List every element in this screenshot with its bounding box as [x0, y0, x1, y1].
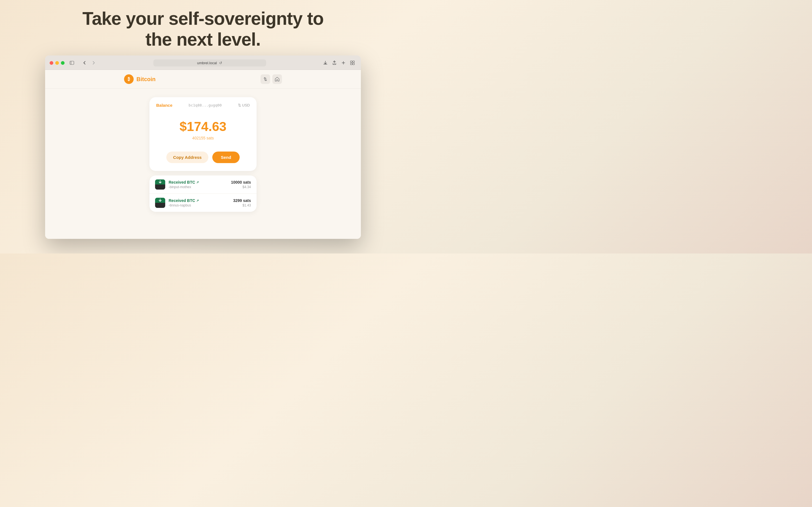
- transaction-info: Received BTC ↗ -binput-mothex: [168, 180, 227, 189]
- transaction-usd: $4.34: [231, 185, 251, 189]
- app-header: ₿ Bitcoin: [45, 70, 361, 89]
- transaction-subtitle: -binput-mothex: [168, 185, 227, 189]
- browser-actions: [321, 59, 356, 67]
- external-link-icon: ↗: [196, 180, 199, 184]
- address-bar[interactable]: umbrel.local ↺: [153, 59, 266, 66]
- transaction-list-card: Received BTC ↗ -binput-mothex 10000 sats…: [149, 175, 257, 212]
- currency-selector[interactable]: ⇅ USD: [238, 103, 250, 107]
- bitcoin-logo-icon: ₿: [124, 74, 134, 84]
- app-header-actions: [260, 74, 282, 84]
- currency-arrows-icon: ⇅: [238, 103, 241, 107]
- transaction-subtitle: -tinnus-napbus: [168, 203, 230, 207]
- transaction-usd: $1.43: [233, 203, 251, 207]
- transaction-info: Received BTC ↗ -tinnus-napbus: [168, 198, 230, 207]
- card-actions: Copy Address Send: [156, 152, 250, 163]
- new-tab-button[interactable]: [340, 59, 347, 67]
- transaction-title: Received BTC ↗: [168, 180, 227, 184]
- close-window-button[interactable]: [50, 61, 53, 65]
- tx-received-arrow-icon: [155, 198, 165, 203]
- svg-rect-4: [350, 63, 352, 65]
- main-content: Balance bc1q88...gugq00 ⇅ USD $174.63 40…: [45, 89, 361, 220]
- app-name: Bitcoin: [137, 76, 156, 82]
- transaction-icon: [155, 179, 165, 189]
- share-button[interactable]: [331, 59, 338, 67]
- transfer-icon-button[interactable]: [260, 74, 270, 84]
- balance-usd-value: $174.63: [180, 119, 226, 134]
- send-button[interactable]: Send: [212, 152, 240, 163]
- transaction-item[interactable]: Received BTC ↗ -binput-mothex 10000 sats…: [149, 175, 257, 194]
- transaction-title: Received BTC ↗: [168, 198, 230, 203]
- wallet-address-display: bc1q88...gugq00: [189, 103, 221, 107]
- minimize-window-button[interactable]: [55, 61, 59, 65]
- transaction-sats: 3299 sats: [233, 198, 251, 203]
- currency-label: USD: [242, 103, 250, 107]
- svg-rect-0: [70, 61, 74, 64]
- transaction-amounts: 3299 sats $1.43: [233, 198, 251, 207]
- forward-button[interactable]: [90, 59, 98, 67]
- hero-section: Take your self-sovereignty to the next l…: [82, 8, 323, 50]
- card-top-row: Balance bc1q88...gugq00 ⇅ USD: [156, 103, 250, 108]
- browser-nav: [80, 59, 98, 67]
- hero-title: Take your self-sovereignty to the next l…: [82, 8, 323, 50]
- tabs-button[interactable]: [349, 59, 356, 67]
- svg-rect-5: [353, 63, 354, 65]
- url-text: umbrel.local: [197, 61, 217, 65]
- reload-button[interactable]: ↺: [219, 61, 222, 65]
- tx-btc-grid-icon: [155, 203, 165, 208]
- transaction-icon: [155, 198, 165, 208]
- transaction-amounts: 10000 sats $4.34: [231, 180, 251, 189]
- app-logo: ₿ Bitcoin: [124, 74, 156, 84]
- copy-address-button[interactable]: Copy Address: [166, 152, 208, 163]
- browser-chrome: umbrel.local ↺: [45, 55, 361, 70]
- balance-sats-value: 402155 sats: [156, 136, 250, 140]
- sidebar-toggle-button[interactable]: [68, 59, 76, 67]
- transaction-sats: 10000 sats: [231, 180, 251, 184]
- svg-rect-2: [350, 61, 352, 62]
- browser-content: ₿ Bitcoin: [45, 70, 361, 239]
- home-icon-button[interactable]: [272, 74, 282, 84]
- balance-label: Balance: [156, 103, 172, 108]
- external-link-icon: ↗: [196, 199, 199, 203]
- balance-amount: $174.63: [156, 119, 250, 134]
- tx-received-arrow-icon: [155, 179, 165, 184]
- transaction-item[interactable]: Received BTC ↗ -tinnus-napbus 3299 sats …: [149, 194, 257, 212]
- back-button[interactable]: [80, 59, 88, 67]
- tx-btc-grid-icon: [155, 184, 165, 189]
- maximize-window-button[interactable]: [61, 61, 64, 65]
- window-controls: [50, 61, 64, 65]
- svg-rect-3: [353, 61, 354, 62]
- download-button[interactable]: [321, 59, 329, 67]
- balance-card: Balance bc1q88...gugq00 ⇅ USD $174.63 40…: [149, 97, 257, 171]
- browser-window: umbrel.local ↺: [45, 55, 361, 239]
